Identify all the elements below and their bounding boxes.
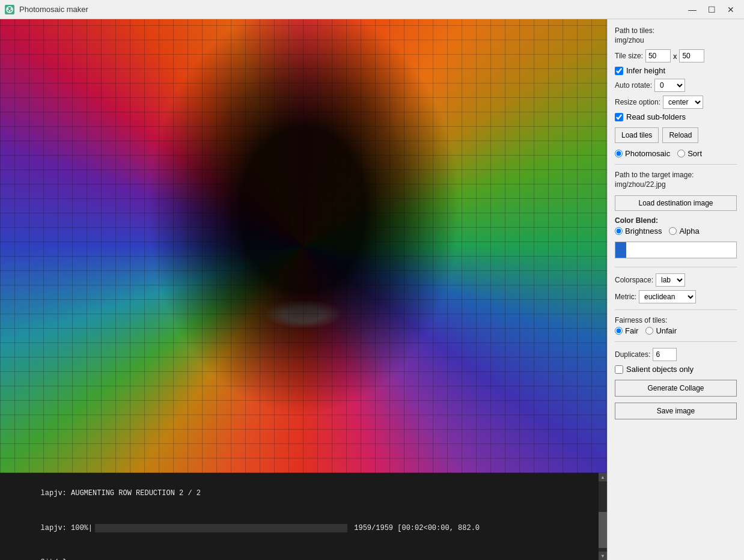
colorspace-select[interactable]: lab rgb hsv [656,273,685,287]
fairness-section: Fairness of tiles: Fair Unfair [615,316,737,335]
path-to-tiles-section: Path to tiles: img/zhou [615,26,737,46]
auto-rotate-row: Auto rotate: 0 90 180 270 [615,79,737,92]
svg-point-1 [7,8,9,10]
read-subfolders-row: Read sub-folders [615,112,737,121]
console-area: lapjv: AUGMENTING ROW REDUCTION 2 / 2 la… [0,473,607,560]
generate-collage-button[interactable]: Generate Collage [615,380,737,397]
fair-radio[interactable] [615,327,623,335]
tiles-buttons-row: Load tiles Reload [615,127,737,143]
right-panel: Path to tiles: img/zhou Tile size: x Inf… [607,19,744,560]
console-line-1: lapjv: AUGMENTING ROW REDUCTION 2 / 2 [6,476,601,511]
color-blend-label: Color Blend: [615,216,737,225]
metric-label: Metric: [615,293,636,301]
color-blend-section: Color Blend: Brightness Alpha [615,216,737,236]
sort-label[interactable]: Sort [688,149,702,158]
target-path-value: img/zhou/22.jpg [615,180,737,189]
auto-rotate-select[interactable]: 0 90 180 270 [654,79,685,92]
resize-option-select[interactable]: center crop stretch [663,96,703,109]
unfair-label[interactable]: Unfair [656,326,677,335]
main-layout: lapjv: AUGMENTING ROW REDUCTION 2 / 2 la… [0,19,744,560]
tiles-path-value: img/zhou [615,36,737,44]
tile-size-sep: x [673,52,677,61]
photomosaic-label[interactable]: Photomosaic [625,149,670,158]
brightness-label[interactable]: Brightness [625,227,662,236]
reload-button[interactable]: Reload [662,127,698,143]
fair-radio-item: Fair [615,326,638,335]
path-to-target-section: Path to the target image: img/zhou/22.jp… [615,171,737,190]
sort-radio-item: Sort [677,149,702,158]
window-controls: — ☐ ✕ [684,2,739,17]
scroll-down-button[interactable]: ▼ [599,552,607,560]
divider-4 [615,341,737,342]
alpha-label[interactable]: Alpha [679,227,699,236]
salient-row: Salient objects only [615,365,737,374]
app-icon [5,5,14,14]
tile-size-row: Tile size: x [615,49,737,62]
slider-fill [615,242,626,258]
load-tiles-button[interactable]: Load tiles [615,127,659,143]
colorspace-row: Colorspace: lab rgb hsv [615,273,737,287]
image-area [0,19,607,473]
sort-radio[interactable] [677,150,685,157]
fairness-radio-row: Fair Unfair [615,326,737,335]
duplicates-label: Duplicates: [615,350,650,359]
path-to-target-label: Path to the target image: [615,171,737,179]
console-scrollbar[interactable]: ▲ ▼ [599,473,607,560]
duplicates-row: Duplicates: [615,348,737,361]
tile-size-x-input[interactable] [645,49,671,62]
brightness-radio-item: Brightness [615,227,662,236]
duplicates-input[interactable] [653,348,677,361]
maximize-button[interactable]: ☐ [703,2,720,17]
photomosaic-radio[interactable] [615,150,623,157]
mode-radio-row: Photomosaic Sort [615,149,737,158]
alpha-radio-item: Alpha [669,227,699,236]
fairness-label: Fairness of tiles: [615,316,737,324]
unfair-radio[interactable] [645,327,653,335]
metric-select[interactable]: euclidean cosine manhattan [639,290,696,303]
infer-height-checkbox[interactable] [615,67,623,75]
read-subfolders-checkbox[interactable] [615,113,623,121]
scrollbar-thumb[interactable] [599,512,607,548]
brightness-radio[interactable] [615,227,623,235]
minimize-button[interactable]: — [684,2,701,17]
color-blend-radio-row: Brightness Alpha [615,227,737,236]
fair-label[interactable]: Fair [625,326,638,335]
save-image-button[interactable]: Save image [615,403,737,419]
scroll-up-button[interactable]: ▲ [599,473,607,481]
colorspace-label: Colorspace: [615,276,653,284]
tile-size-y-input[interactable] [679,49,704,62]
path-to-tiles-label: Path to tiles: [615,26,737,35]
infer-height-label[interactable]: Infer height [626,66,665,75]
app-title: Photomosaic maker [19,5,684,14]
left-panel: lapjv: AUGMENTING ROW REDUCTION 2 / 2 la… [0,19,607,560]
console-line-2: lapjv: 100%| 1959/1959 [00:02<00:00, 882… [6,511,601,546]
resize-option-label: Resize option: [615,98,660,106]
salient-label[interactable]: Salient objects only [626,365,694,374]
photomosaic-radio-item: Photomosaic [615,149,670,158]
load-destination-button[interactable]: Load destination image [615,195,737,211]
tile-size-label: Tile size: [615,52,643,60]
blend-slider[interactable] [615,242,737,258]
infer-height-row: Infer height [615,66,737,75]
auto-rotate-label: Auto rotate: [615,81,652,90]
unfair-radio-item: Unfair [645,326,677,335]
salient-checkbox[interactable] [615,365,623,374]
console-line-3: 3it/s] [6,546,601,560]
svg-point-3 [9,10,11,11]
titlebar: Photomosaic maker — ☐ ✕ [0,0,744,19]
progress-bar [95,524,347,532]
mosaic-display [0,19,607,473]
read-subfolders-label[interactable]: Read sub-folders [626,112,686,121]
divider-3 [615,309,737,310]
divider-2 [615,267,737,267]
close-button[interactable]: ✕ [722,2,739,17]
metric-row: Metric: euclidean cosine manhattan [615,290,737,303]
svg-point-2 [11,8,13,10]
resize-option-row: Resize option: center crop stretch [615,96,737,109]
alpha-radio[interactable] [669,227,677,235]
divider-1 [615,164,737,165]
